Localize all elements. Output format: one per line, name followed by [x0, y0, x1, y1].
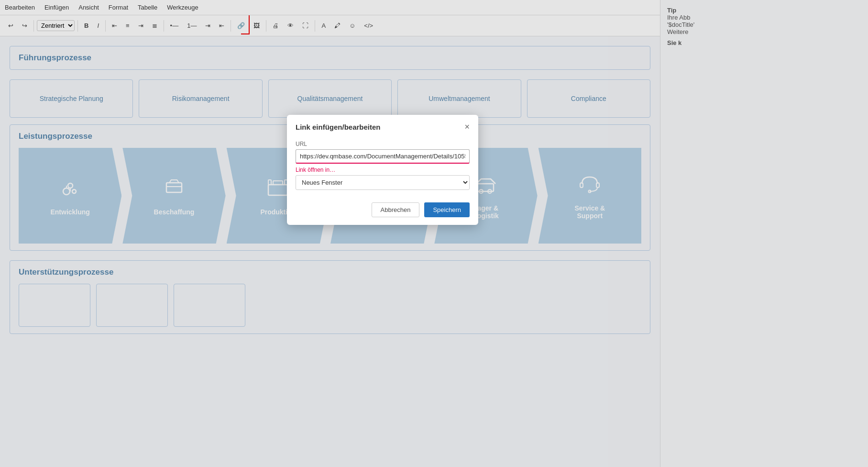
dialog-overlay: Link einfügen/bearbeiten × URL Link öffn…: [0, 0, 868, 467]
dialog-header: Link einfügen/bearbeiten ×: [287, 115, 478, 136]
url-input[interactable]: [296, 149, 470, 164]
link-dialog: Link einfügen/bearbeiten × URL Link öffn…: [287, 115, 478, 225]
dialog-close-button[interactable]: ×: [464, 122, 470, 131]
dialog-body: URL Link öffnen in… Neues Fenster Gleich…: [287, 136, 478, 198]
link-open-label: Link öffnen in…: [296, 167, 470, 173]
url-label: URL: [296, 141, 470, 147]
save-button[interactable]: Speichern: [424, 202, 470, 217]
link-target-select[interactable]: Neues Fenster Gleiches Fenster: [296, 175, 470, 190]
dialog-title: Link einfügen/bearbeiten: [296, 123, 381, 131]
cancel-button[interactable]: Abbrechen: [372, 202, 420, 217]
dialog-footer: Abbrechen Speichern: [287, 198, 478, 225]
